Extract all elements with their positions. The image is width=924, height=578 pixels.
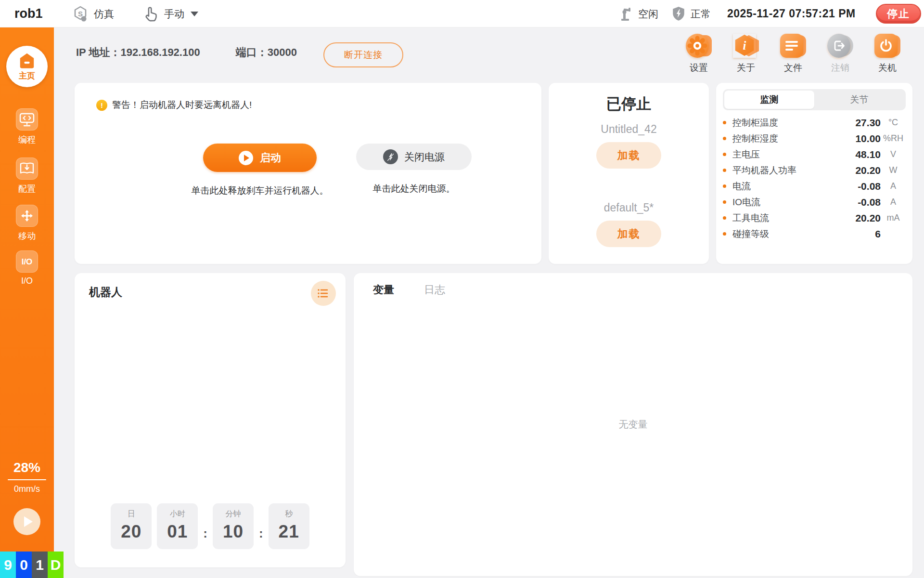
warning-icon: !	[96, 100, 107, 111]
robot-card: 机器人 日 20 小时 01 :	[75, 273, 346, 567]
svg-text:S: S	[78, 10, 83, 18]
sidebar-item-label: 配置	[18, 184, 36, 194]
power-icon	[874, 34, 901, 59]
poweroff-hint: 单击此处关闭电源。	[344, 181, 484, 197]
program-status: 已停止	[606, 94, 651, 114]
config-name: default_5*	[604, 201, 654, 214]
simulation-label: 仿真	[94, 7, 114, 21]
warning-text: 警告！启动机器人时要远离机器人!	[112, 99, 252, 111]
toolbar-label: 设置	[690, 62, 708, 74]
sidebar-item-home[interactable]: 主页	[6, 46, 48, 87]
poweroff-button-label: 关闭电源	[404, 150, 445, 164]
status-indicator: 1	[32, 552, 48, 578]
variables-card: 变量 日志 无变量	[354, 273, 912, 576]
monitor-row: 工具电流20.20mA	[723, 210, 906, 226]
ip-label: IP 地址：	[76, 45, 121, 60]
sidebar-item-label: I/O	[21, 276, 33, 286]
shield-bolt-icon	[671, 6, 686, 22]
status-indicator: 9	[0, 552, 16, 578]
top-bar: rob1 S 仿真 手动	[0, 0, 924, 27]
program-card: 已停止 Untitled_42 加载 default_5* 加载	[549, 83, 709, 264]
files-button[interactable]: 文件	[780, 34, 807, 74]
robot-status-label: 空闲	[638, 7, 658, 21]
tab-monitor[interactable]: 监测	[724, 91, 814, 109]
monitor-row: 控制柜湿度10.00%RH	[723, 131, 906, 146]
simulation-icon: S	[71, 5, 90, 23]
monitor-rows: 控制柜温度27.30°C 控制柜湿度10.00%RH 主电压48.10V 平均机…	[723, 115, 906, 242]
tab-joints[interactable]: 关节	[814, 91, 904, 109]
robot-card-title: 机器人	[89, 285, 122, 300]
program-name: Untitled_42	[601, 123, 656, 136]
bullet-icon	[723, 216, 726, 220]
robot-list-button[interactable]	[311, 281, 336, 306]
sidebar-item-label: 移动	[18, 231, 36, 241]
power-off-icon	[383, 149, 398, 164]
safety-status-label: 正常	[691, 7, 711, 21]
toolbar-label: 文件	[784, 62, 802, 74]
monitor-tab-strip: 监测 关节	[723, 89, 906, 110]
play-circle-icon	[239, 151, 253, 165]
bullet-icon	[723, 169, 726, 172]
sidebar-item-io[interactable]: I/O I/O	[0, 250, 54, 286]
play-button[interactable]	[13, 508, 40, 535]
robot-name: rob1	[14, 6, 43, 21]
monitor-row: IO电流-0.08A	[723, 194, 906, 210]
timer-colon: :	[203, 512, 207, 541]
datetime: 2025-11-27 07:57:21 PM	[727, 0, 856, 27]
bullet-icon	[723, 137, 726, 140]
hand-icon	[142, 5, 160, 23]
mode-dropdown[interactable]: 手动	[142, 0, 198, 27]
sidebar-item-label: 主页	[19, 70, 35, 81]
home-icon	[18, 52, 36, 69]
book-download-icon	[16, 158, 38, 180]
monitor-row: 控制柜温度27.30°C	[723, 115, 906, 131]
timer-box-hours: 小时 01	[157, 503, 198, 549]
monitor-row: 电流-0.08A	[723, 178, 906, 194]
status-indicator-strip: 9 0 1 D	[0, 552, 64, 578]
uptime-timer: 日 20 小时 01 : 分钟 10 : 秒 21	[75, 503, 346, 549]
sidebar-item-config[interactable]: 配置	[0, 158, 54, 195]
power-card: ! 警告！启动机器人时要远离机器人! 启动 单击此处释放刹车并运行机器人。 关闭…	[75, 83, 541, 264]
gear-icon	[685, 34, 712, 59]
timer-box-days: 日 20	[111, 503, 152, 549]
monitor-row: 碰撞等级6	[723, 226, 906, 242]
start-button[interactable]: 启动	[203, 144, 317, 172]
sidebar-item-program[interactable]: 编程	[0, 108, 54, 145]
svg-text:i: i	[743, 39, 746, 52]
simulation-toggle[interactable]: S 仿真	[71, 0, 114, 27]
start-button-label: 启动	[260, 151, 281, 165]
stop-button[interactable]: 停止	[876, 4, 921, 24]
settings-button[interactable]: 设置	[685, 34, 712, 74]
timer-box-minutes: 分钟 10	[213, 503, 254, 549]
tab-variables[interactable]: 变量	[373, 283, 394, 297]
chevron-down-icon	[191, 12, 198, 16]
sidebar: 主页 编程 配置	[0, 27, 54, 552]
about-button[interactable]: i 关于	[732, 34, 759, 74]
poweroff-column: 关闭电源 单击此处关闭电源。	[337, 144, 491, 197]
play-icon	[24, 516, 33, 527]
io-icon: I/O	[16, 250, 38, 273]
port-value: 30000	[268, 46, 297, 59]
code-monitor-icon	[16, 108, 38, 131]
start-hint: 单击此处释放刹车并运行机器人。	[190, 183, 330, 198]
move-arrows-icon	[16, 205, 38, 227]
shutdown-button[interactable]: 关机	[874, 34, 901, 74]
sidebar-item-move[interactable]: 移动	[0, 205, 54, 242]
disconnect-button[interactable]: 断开连接	[323, 42, 403, 67]
speed-divider	[8, 479, 46, 480]
bullet-icon	[723, 184, 726, 188]
load-config-button[interactable]: 加载	[596, 221, 661, 247]
monitor-row: 平均机器人功率20.20W	[723, 162, 906, 178]
port-label: 端口：	[236, 45, 268, 60]
warning-row: ! 警告！启动机器人时要远离机器人!	[96, 99, 252, 111]
monitor-row: 主电压48.10V	[723, 146, 906, 162]
sidebar-item-label: 编程	[18, 135, 36, 144]
logout-button[interactable]: 注销	[827, 34, 854, 74]
bullet-icon	[723, 153, 726, 156]
status-indicator: D	[48, 552, 64, 578]
empty-variables-text: 无变量	[354, 273, 912, 576]
connection-info: IP 地址： 192.168.192.100 端口： 30000	[76, 39, 297, 66]
load-program-button[interactable]: 加载	[596, 142, 661, 169]
top-toolbar: 设置 i 关于	[685, 34, 901, 74]
poweroff-button[interactable]: 关闭电源	[356, 144, 472, 170]
